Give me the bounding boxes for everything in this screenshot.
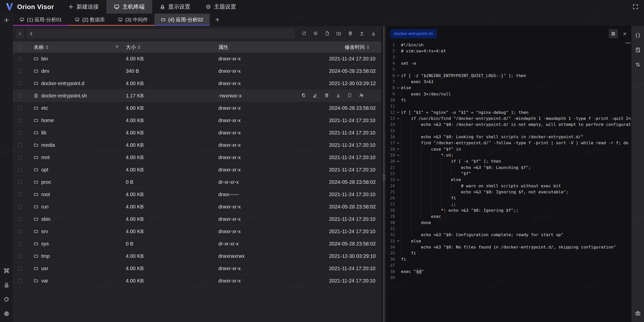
file-name-cell[interactable]: root: [27, 192, 126, 197]
code-editor[interactable]: 1#!/bin/sh2# vim:sw=4:ts=4:et34set -e56i…: [386, 42, 631, 322]
table-row[interactable]: opt4.00 KBdrwxr-xr-x2021-11-24 17:20:10: [13, 164, 381, 176]
table-row[interactable]: bin4.00 KBdrwxr-xr-x2021-11-24 17:20:10: [13, 53, 381, 65]
gear-button[interactable]: [4, 311, 10, 317]
row-copy-button[interactable]: [301, 93, 306, 98]
table-row[interactable]: media4.00 KBdrwxr-xr-x2021-11-24 17:20:1…: [13, 139, 381, 151]
delete-button[interactable]: [346, 29, 355, 38]
table-row[interactable]: root4.00 KBdrwx------2021-11-24 17:20:10: [13, 188, 381, 201]
fold-toggle-icon[interactable]: [395, 177, 401, 183]
command-button[interactable]: [4, 268, 10, 274]
row-checkbox[interactable]: [18, 168, 22, 172]
filter-icon[interactable]: [115, 45, 119, 49]
table-row[interactable]: run4.00 KBdrwxr-xr-x2024-05-28 23:58:02: [13, 201, 381, 213]
table-row[interactable]: srv4.00 KBdrwxr-xr-x2021-11-24 17:20:10: [13, 225, 381, 238]
file-name-cell[interactable]: proc: [27, 179, 126, 185]
add-tab-button[interactable]: [210, 14, 225, 26]
row-checkbox[interactable]: [18, 242, 22, 246]
table-row[interactable]: lib4.00 KBdrwxr-xr-x2021-11-24 17:20:10: [13, 127, 381, 139]
file-name-cell[interactable]: bin: [27, 56, 126, 62]
row-move-button[interactable]: [347, 93, 352, 98]
new-connection-button[interactable]: [4, 17, 10, 23]
table-row[interactable]: home4.00 KBdrwxr-xr-x2021-11-24 17:20:10: [13, 114, 381, 127]
path-input[interactable]: [35, 31, 292, 37]
file-name-cell[interactable]: docker-entrypoint.d: [27, 81, 126, 86]
eye-button[interactable]: [311, 29, 320, 38]
file-name-cell[interactable]: media: [27, 142, 126, 148]
row-checkbox[interactable]: [18, 230, 22, 233]
file-bookmark-button[interactable]: [635, 47, 641, 54]
refresh-button[interactable]: [299, 29, 308, 38]
row-checkbox[interactable]: [18, 267, 22, 270]
file-name-cell[interactable]: lib: [27, 130, 126, 136]
file-name-cell[interactable]: docker-entrypoint.sh: [27, 93, 126, 99]
row-checkbox[interactable]: [18, 106, 22, 110]
table-row[interactable]: proc0 Bdr-xr-xr-x2024-05-28 23:58:02: [13, 176, 381, 188]
row-checkbox[interactable]: [18, 82, 22, 85]
terminal-tab-1[interactable]: (1) 应用-分析01: [13, 14, 68, 26]
palette-button[interactable]: [4, 296, 10, 303]
row-checkbox[interactable]: [18, 156, 22, 159]
swap-button[interactable]: [635, 62, 641, 68]
select-all-checkbox[interactable]: [18, 45, 22, 49]
download-button[interactable]: [369, 29, 378, 38]
column-header-name[interactable]: 名称: [27, 44, 126, 51]
file-name-cell[interactable]: srv: [27, 229, 126, 234]
row-checkbox[interactable]: [18, 180, 22, 184]
row-checkbox[interactable]: [18, 205, 22, 209]
row-checkbox[interactable]: [18, 57, 22, 61]
file-name-cell[interactable]: etc: [27, 105, 126, 111]
row-permission-button[interactable]: [359, 93, 364, 98]
fullscreen-button[interactable]: [631, 2, 640, 11]
table-row[interactable]: tmp4.00 KBdrwxrwxrwx2021-12-30 03:29:10: [13, 250, 381, 262]
nav-item-2[interactable]: 主机终端: [106, 0, 152, 14]
row-checkbox[interactable]: [18, 69, 22, 73]
new-folder-button[interactable]: [334, 29, 343, 38]
fold-toggle-icon[interactable]: [395, 73, 401, 79]
sort-carets-name[interactable]: [46, 45, 48, 49]
upload-button[interactable]: [357, 29, 366, 38]
table-row[interactable]: sys0 Bdr-xr-xr-x2024-05-28 23:58:02: [13, 238, 381, 250]
file-name-cell[interactable]: tmp: [27, 253, 126, 259]
table-row[interactable]: var4.00 KBdrwxr-xr-x2021-11-24 17:20:10: [13, 275, 381, 287]
sort-carets-size[interactable]: [138, 45, 140, 49]
fold-toggle-icon[interactable]: [395, 158, 401, 164]
table-row[interactable]: docker-entrypoint.d4.00 KBdrwxr-xr-x2021…: [13, 77, 381, 90]
nav-item-3[interactable]: 显示设置: [152, 0, 198, 14]
row-checkbox[interactable]: [18, 131, 22, 135]
fold-toggle-icon[interactable]: [395, 140, 401, 146]
file-name-cell[interactable]: var: [27, 278, 126, 284]
row-checkbox[interactable]: [18, 94, 22, 98]
panel-splitter[interactable]: [381, 26, 386, 322]
table-row[interactable]: usr4.00 KBdrwxr-xr-x2021-11-24 17:20:10: [13, 262, 381, 275]
save-button[interactable]: [609, 29, 618, 38]
table-row[interactable]: mnt4.00 KBdrwxr-xr-x2021-11-24 17:20:10: [13, 151, 381, 164]
file-name-cell[interactable]: opt: [27, 167, 126, 173]
nav-item-4[interactable]: 主题设置: [198, 0, 244, 14]
fold-toggle-icon[interactable]: [395, 146, 401, 152]
column-header-size[interactable]: 大小: [126, 44, 218, 51]
table-row[interactable]: sbin4.00 KBdrwxr-xr-x2021-11-24 17:20:10: [13, 213, 381, 225]
file-name-cell[interactable]: home: [27, 118, 126, 123]
row-checkbox[interactable]: [18, 279, 22, 283]
terminal-tab-3[interactable]: (3) 中间件: [111, 14, 154, 26]
row-edit-button[interactable]: [313, 93, 317, 98]
nav-item-1[interactable]: 新建连接: [61, 0, 106, 14]
table-row[interactable]: docker-entrypoint.sh1.17 KB-rwxrwxr-x: [13, 90, 381, 102]
editor-scrollbar-thumb[interactable]: [625, 42, 631, 44]
file-name-cell[interactable]: sbin: [27, 216, 126, 222]
row-download-button[interactable]: [336, 93, 341, 98]
terminal-tab-2[interactable]: (2) 数据库: [68, 14, 111, 26]
braces-button[interactable]: [635, 32, 641, 39]
fold-toggle-icon[interactable]: [395, 152, 401, 158]
editor-file-tab[interactable]: docker-entrypoint.sh: [390, 29, 437, 38]
file-name-cell[interactable]: dev: [27, 68, 126, 74]
fold-toggle-icon[interactable]: [395, 116, 401, 122]
table-row[interactable]: dev340 Bdrwxr-xr-x2024-05-28 23:58:02: [13, 65, 381, 77]
column-header-time[interactable]: 修改时间: [329, 44, 381, 51]
file-name-cell[interactable]: sys: [27, 241, 126, 247]
terminal-tab-4[interactable]: (4) 应用-分析02: [154, 14, 210, 26]
file-name-cell[interactable]: mnt: [27, 155, 126, 160]
row-checkbox[interactable]: [18, 217, 22, 221]
row-checkbox[interactable]: [18, 143, 22, 147]
file-name-cell[interactable]: run: [27, 204, 126, 210]
